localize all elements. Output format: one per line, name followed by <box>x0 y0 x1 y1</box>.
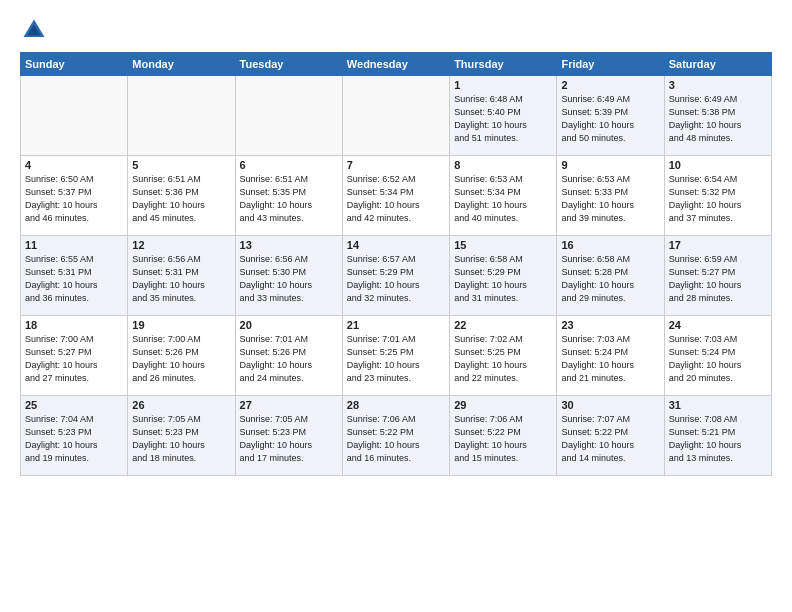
calendar-cell: 17Sunrise: 6:59 AM Sunset: 5:27 PM Dayli… <box>664 236 771 316</box>
day-number: 23 <box>561 319 659 331</box>
day-content: Sunrise: 7:08 AM Sunset: 5:21 PM Dayligh… <box>669 413 767 465</box>
calendar-cell: 25Sunrise: 7:04 AM Sunset: 5:23 PM Dayli… <box>21 396 128 476</box>
header <box>20 16 772 44</box>
day-content: Sunrise: 6:48 AM Sunset: 5:40 PM Dayligh… <box>454 93 552 145</box>
day-content: Sunrise: 6:54 AM Sunset: 5:32 PM Dayligh… <box>669 173 767 225</box>
calendar-cell: 2Sunrise: 6:49 AM Sunset: 5:39 PM Daylig… <box>557 76 664 156</box>
day-content: Sunrise: 6:55 AM Sunset: 5:31 PM Dayligh… <box>25 253 123 305</box>
calendar-cell: 29Sunrise: 7:06 AM Sunset: 5:22 PM Dayli… <box>450 396 557 476</box>
day-content: Sunrise: 7:03 AM Sunset: 5:24 PM Dayligh… <box>561 333 659 385</box>
calendar-cell: 15Sunrise: 6:58 AM Sunset: 5:29 PM Dayli… <box>450 236 557 316</box>
day-number: 10 <box>669 159 767 171</box>
calendar-cell <box>235 76 342 156</box>
weekday-sunday: Sunday <box>21 53 128 76</box>
day-content: Sunrise: 6:50 AM Sunset: 5:37 PM Dayligh… <box>25 173 123 225</box>
calendar-cell: 3Sunrise: 6:49 AM Sunset: 5:38 PM Daylig… <box>664 76 771 156</box>
weekday-wednesday: Wednesday <box>342 53 449 76</box>
day-content: Sunrise: 6:52 AM Sunset: 5:34 PM Dayligh… <box>347 173 445 225</box>
calendar-cell <box>21 76 128 156</box>
calendar-cell: 28Sunrise: 7:06 AM Sunset: 5:22 PM Dayli… <box>342 396 449 476</box>
calendar-cell: 1Sunrise: 6:48 AM Sunset: 5:40 PM Daylig… <box>450 76 557 156</box>
day-number: 13 <box>240 239 338 251</box>
calendar-row: 11Sunrise: 6:55 AM Sunset: 5:31 PM Dayli… <box>21 236 772 316</box>
day-number: 16 <box>561 239 659 251</box>
calendar-cell <box>342 76 449 156</box>
day-number: 27 <box>240 399 338 411</box>
day-number: 28 <box>347 399 445 411</box>
day-number: 8 <box>454 159 552 171</box>
weekday-monday: Monday <box>128 53 235 76</box>
day-content: Sunrise: 7:00 AM Sunset: 5:27 PM Dayligh… <box>25 333 123 385</box>
calendar-cell: 21Sunrise: 7:01 AM Sunset: 5:25 PM Dayli… <box>342 316 449 396</box>
page: SundayMondayTuesdayWednesdayThursdayFrid… <box>0 0 792 612</box>
day-number: 26 <box>132 399 230 411</box>
calendar-row: 4Sunrise: 6:50 AM Sunset: 5:37 PM Daylig… <box>21 156 772 236</box>
day-content: Sunrise: 6:58 AM Sunset: 5:29 PM Dayligh… <box>454 253 552 305</box>
day-number: 31 <box>669 399 767 411</box>
weekday-tuesday: Tuesday <box>235 53 342 76</box>
day-number: 22 <box>454 319 552 331</box>
calendar-cell: 22Sunrise: 7:02 AM Sunset: 5:25 PM Dayli… <box>450 316 557 396</box>
day-number: 20 <box>240 319 338 331</box>
day-content: Sunrise: 7:01 AM Sunset: 5:25 PM Dayligh… <box>347 333 445 385</box>
day-content: Sunrise: 7:05 AM Sunset: 5:23 PM Dayligh… <box>132 413 230 465</box>
day-content: Sunrise: 7:00 AM Sunset: 5:26 PM Dayligh… <box>132 333 230 385</box>
day-number: 6 <box>240 159 338 171</box>
day-number: 4 <box>25 159 123 171</box>
day-number: 5 <box>132 159 230 171</box>
day-content: Sunrise: 6:56 AM Sunset: 5:30 PM Dayligh… <box>240 253 338 305</box>
day-number: 30 <box>561 399 659 411</box>
day-number: 24 <box>669 319 767 331</box>
day-content: Sunrise: 6:51 AM Sunset: 5:36 PM Dayligh… <box>132 173 230 225</box>
calendar-body: 1Sunrise: 6:48 AM Sunset: 5:40 PM Daylig… <box>21 76 772 476</box>
calendar-table: SundayMondayTuesdayWednesdayThursdayFrid… <box>20 52 772 476</box>
calendar-cell: 8Sunrise: 6:53 AM Sunset: 5:34 PM Daylig… <box>450 156 557 236</box>
calendar-cell: 16Sunrise: 6:58 AM Sunset: 5:28 PM Dayli… <box>557 236 664 316</box>
day-content: Sunrise: 6:53 AM Sunset: 5:33 PM Dayligh… <box>561 173 659 225</box>
day-content: Sunrise: 7:04 AM Sunset: 5:23 PM Dayligh… <box>25 413 123 465</box>
day-content: Sunrise: 7:02 AM Sunset: 5:25 PM Dayligh… <box>454 333 552 385</box>
day-content: Sunrise: 7:01 AM Sunset: 5:26 PM Dayligh… <box>240 333 338 385</box>
day-content: Sunrise: 6:56 AM Sunset: 5:31 PM Dayligh… <box>132 253 230 305</box>
calendar-cell: 14Sunrise: 6:57 AM Sunset: 5:29 PM Dayli… <box>342 236 449 316</box>
day-content: Sunrise: 6:58 AM Sunset: 5:28 PM Dayligh… <box>561 253 659 305</box>
day-number: 29 <box>454 399 552 411</box>
calendar-cell: 19Sunrise: 7:00 AM Sunset: 5:26 PM Dayli… <box>128 316 235 396</box>
day-content: Sunrise: 7:06 AM Sunset: 5:22 PM Dayligh… <box>347 413 445 465</box>
day-content: Sunrise: 7:07 AM Sunset: 5:22 PM Dayligh… <box>561 413 659 465</box>
day-content: Sunrise: 6:51 AM Sunset: 5:35 PM Dayligh… <box>240 173 338 225</box>
day-number: 9 <box>561 159 659 171</box>
logo-icon <box>20 16 48 44</box>
day-number: 11 <box>25 239 123 251</box>
day-number: 1 <box>454 79 552 91</box>
day-number: 7 <box>347 159 445 171</box>
calendar-cell: 6Sunrise: 6:51 AM Sunset: 5:35 PM Daylig… <box>235 156 342 236</box>
weekday-thursday: Thursday <box>450 53 557 76</box>
day-number: 19 <box>132 319 230 331</box>
day-content: Sunrise: 7:03 AM Sunset: 5:24 PM Dayligh… <box>669 333 767 385</box>
calendar-cell: 23Sunrise: 7:03 AM Sunset: 5:24 PM Dayli… <box>557 316 664 396</box>
calendar-row: 25Sunrise: 7:04 AM Sunset: 5:23 PM Dayli… <box>21 396 772 476</box>
calendar-cell: 27Sunrise: 7:05 AM Sunset: 5:23 PM Dayli… <box>235 396 342 476</box>
calendar-cell <box>128 76 235 156</box>
weekday-saturday: Saturday <box>664 53 771 76</box>
day-content: Sunrise: 6:49 AM Sunset: 5:39 PM Dayligh… <box>561 93 659 145</box>
calendar-row: 18Sunrise: 7:00 AM Sunset: 5:27 PM Dayli… <box>21 316 772 396</box>
day-content: Sunrise: 7:06 AM Sunset: 5:22 PM Dayligh… <box>454 413 552 465</box>
calendar-cell: 7Sunrise: 6:52 AM Sunset: 5:34 PM Daylig… <box>342 156 449 236</box>
day-content: Sunrise: 7:05 AM Sunset: 5:23 PM Dayligh… <box>240 413 338 465</box>
calendar-cell: 24Sunrise: 7:03 AM Sunset: 5:24 PM Dayli… <box>664 316 771 396</box>
day-number: 25 <box>25 399 123 411</box>
day-number: 12 <box>132 239 230 251</box>
weekday-row: SundayMondayTuesdayWednesdayThursdayFrid… <box>21 53 772 76</box>
day-content: Sunrise: 6:49 AM Sunset: 5:38 PM Dayligh… <box>669 93 767 145</box>
calendar-cell: 10Sunrise: 6:54 AM Sunset: 5:32 PM Dayli… <box>664 156 771 236</box>
day-content: Sunrise: 6:59 AM Sunset: 5:27 PM Dayligh… <box>669 253 767 305</box>
day-number: 18 <box>25 319 123 331</box>
day-number: 14 <box>347 239 445 251</box>
day-number: 3 <box>669 79 767 91</box>
day-content: Sunrise: 6:53 AM Sunset: 5:34 PM Dayligh… <box>454 173 552 225</box>
calendar-cell: 26Sunrise: 7:05 AM Sunset: 5:23 PM Dayli… <box>128 396 235 476</box>
calendar-cell: 12Sunrise: 6:56 AM Sunset: 5:31 PM Dayli… <box>128 236 235 316</box>
calendar-cell: 11Sunrise: 6:55 AM Sunset: 5:31 PM Dayli… <box>21 236 128 316</box>
